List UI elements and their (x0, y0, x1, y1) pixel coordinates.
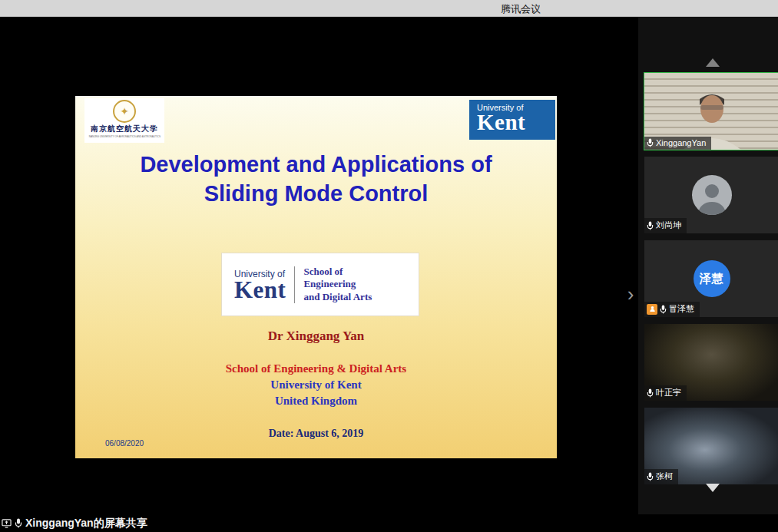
shared-screen-stage: ✦ 南京航空航天大学 NANJING UNIVERSITY OF AERONAU… (0, 17, 637, 514)
nuaa-logo: ✦ 南京航空航天大学 NANJING UNIVERSITY OF AERONAU… (84, 98, 164, 143)
department-name: School of Engineering and Digital Arts (303, 266, 372, 303)
kent-logo-line2: Kent (477, 112, 555, 134)
participant-name: 张柯 (656, 471, 673, 482)
participant-name: 叶正宇 (656, 387, 681, 398)
participant-label: 刘尚坤 (644, 218, 687, 233)
slide-title: Development and Applications of Sliding … (75, 150, 557, 208)
kent-logo: University of Kent (469, 100, 555, 140)
slide-title-line1: Development and Applications of (75, 150, 557, 179)
department-line2: Engineering (303, 278, 372, 290)
scroll-down-arrow-icon[interactable] (706, 484, 720, 492)
participant-tile-yezhengyu[interactable]: 叶正宇 (644, 324, 778, 401)
logo-divider (294, 266, 295, 303)
participant-tile-liushangkun[interactable]: 刘尚坤 (644, 157, 778, 233)
person-avatar-icon (692, 175, 732, 215)
mic-icon (647, 472, 654, 481)
title-bar: 腾讯会议 (0, 0, 778, 17)
nuaa-name-en: NANJING UNIVERSITY OF AERONAUTICS AND AS… (88, 135, 160, 138)
mic-icon (647, 388, 654, 398)
slide-date-line: Date: August 6, 2019 (75, 428, 557, 440)
text-avatar: 泽慧 (694, 260, 730, 297)
participant-label: 张柯 (644, 469, 678, 484)
kent-department-logo: University of Kent School of Engineering… (222, 253, 419, 316)
participant-name: XinggangYan (656, 138, 706, 147)
scroll-up-arrow-icon[interactable] (706, 58, 720, 67)
participant-name: 冒泽慧 (669, 303, 694, 315)
mic-icon (647, 221, 654, 230)
meeting-window: 腾讯会议 ✦ 南京航空航天大学 NANJING UNIVERSITY OF AE… (0, 0, 778, 532)
participant-tile-zhangke[interactable]: 张柯 (644, 408, 778, 484)
slide-footer-date: 06/08/2020 (105, 439, 144, 448)
nuaa-name-cn: 南京航空航天大学 (91, 124, 158, 134)
affiliation-line2: University of Kent (75, 378, 557, 392)
screen-share-status: XinggangYan的屏幕共享 (25, 517, 147, 530)
affiliation-line1: School of Engineering & Digital Arts (75, 362, 557, 375)
participants-sidebar: XinggangYan 刘尚坤 泽慧 (637, 17, 778, 532)
kent-wordmark-big: Kent (234, 279, 286, 301)
nuaa-emblem-icon: ✦ (113, 100, 136, 123)
screen-share-icon (2, 518, 12, 528)
slide-title-line2: Sliding Mode Control (75, 179, 557, 208)
participant-label: 冒泽慧 (644, 302, 700, 317)
participant-tile-maozehui[interactable]: 泽慧 冒泽慧 (644, 240, 778, 317)
presentation-slide: ✦ 南京航空航天大学 NANJING UNIVERSITY OF AERONAU… (75, 96, 557, 458)
status-bar: XinggangYan的屏幕共享 (0, 514, 778, 532)
mic-icon (15, 518, 22, 528)
participant-name: 刘尚坤 (656, 220, 681, 231)
participant-tile-xinggangyan[interactable]: XinggangYan (644, 73, 778, 150)
participant-label: XinggangYan (644, 137, 711, 150)
kent-wordmark: University of Kent (234, 269, 286, 301)
department-line3: and Digital Arts (303, 291, 372, 303)
department-line1: School of (303, 266, 372, 278)
affiliation-line3: United Kingdom (75, 395, 557, 408)
mic-icon (647, 138, 654, 147)
presenter-name: Dr Xinggang Yan (75, 329, 557, 344)
mic-icon (660, 305, 667, 314)
sidebar-collapse-chevron-icon[interactable]: › (624, 284, 637, 306)
presenter-badge-icon (647, 304, 657, 315)
app-title: 腾讯会议 (501, 2, 541, 16)
participant-label: 叶正宇 (644, 385, 687, 401)
